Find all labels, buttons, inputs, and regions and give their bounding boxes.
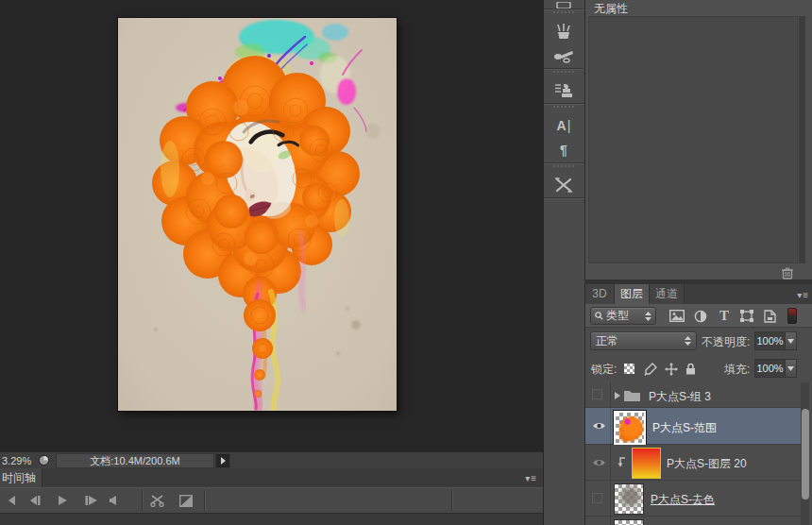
layer-list: P大点S-组 3 P大点S-范围 P大点S-图层 20 (585, 382, 812, 525)
search-icon (595, 312, 603, 320)
layers-scrollbar-thumb[interactable] (802, 409, 809, 500)
brush-panel-icon[interactable] (544, 19, 584, 43)
timeline-panel: 时间轴 ▾≡ (0, 468, 543, 525)
blend-mode-select[interactable]: 正常 (590, 331, 697, 350)
brush-presets-icon[interactable] (544, 43, 584, 68)
dock-drag-handle[interactable] (553, 106, 574, 112)
eye-icon[interactable] (592, 421, 606, 431)
eye-icon[interactable] (592, 458, 606, 467)
split-clip-icon[interactable] (148, 494, 167, 507)
character-glyph: A (557, 118, 567, 133)
opacity-label: 不透明度: (702, 334, 750, 350)
transition-icon[interactable] (178, 494, 195, 507)
folder-icon (624, 389, 640, 401)
layer-row-selected[interactable]: P大点S-范围 (585, 408, 801, 445)
filter-smart-objects-icon[interactable] (761, 308, 778, 324)
tool-presets-icon[interactable] (544, 173, 584, 197)
updown-arrows-icon (645, 312, 651, 321)
artwork-document[interactable] (118, 18, 397, 411)
visibility-well[interactable] (585, 517, 611, 525)
timeline-controls (0, 487, 543, 514)
timeline-divider (142, 490, 143, 511)
layer-thumbnail[interactable] (632, 448, 661, 479)
visibility-well[interactable] (585, 382, 611, 407)
panel-icon-dock: A| ¶ (543, 0, 584, 525)
clipped-panel-icon[interactable] (544, 0, 584, 8)
layer-thumbnail[interactable] (614, 483, 644, 515)
lock-row: 锁定: 填充: 100% (585, 355, 812, 382)
layer-row-group[interactable]: P大点S-组 3 (585, 382, 801, 408)
timeline-track-area (0, 514, 543, 525)
timeline-tab[interactable]: 时间轴 (0, 468, 42, 487)
properties-panel: 无属性 (584, 0, 812, 279)
clipping-mask-icon (617, 457, 626, 467)
audio-mute-icon[interactable] (104, 494, 121, 507)
filter-toggle-switch[interactable] (787, 308, 797, 324)
canvas-area[interactable] (0, 0, 543, 451)
visibility-well[interactable] (585, 481, 611, 516)
dock-drag-handle[interactable] (553, 71, 574, 77)
properties-title: 无属性 (594, 1, 628, 17)
tab-layers[interactable]: 图层 (615, 284, 650, 304)
layer-name[interactable]: P大点S-去色 (651, 492, 715, 508)
dock-drag-handle[interactable] (553, 11, 574, 18)
properties-content (588, 16, 798, 263)
tab-3d[interactable]: 3D (585, 284, 615, 304)
paragraph-glyph: ¶ (560, 143, 567, 158)
timeline-menu-icon[interactable]: ▾≡ (525, 473, 537, 483)
updown-arrows-icon (685, 336, 691, 346)
layers-panel-menu-icon[interactable]: ▾≡ (797, 290, 809, 300)
opacity-value[interactable]: 100% (754, 331, 786, 350)
lock-transparency-icon[interactable] (621, 361, 637, 377)
layer-name[interactable]: P大点S-图层 20 (667, 456, 747, 472)
visibility-off[interactable] (592, 389, 602, 399)
filter-type-layers-icon[interactable]: T (716, 308, 733, 324)
layer-filter-row: 类型 T (585, 304, 812, 328)
filter-kind-select[interactable]: 类型 (590, 307, 656, 325)
lock-position-icon[interactable] (663, 361, 679, 377)
opacity-dropdown-button[interactable] (785, 331, 797, 350)
filter-shape-layers-icon[interactable] (738, 308, 755, 324)
blend-mode-value: 正常 (596, 333, 685, 349)
fill-label: 填充: (724, 362, 750, 378)
blend-mode-row: 正常 不透明度: 100% (585, 328, 812, 355)
filter-adjustment-layers-icon[interactable] (692, 308, 709, 324)
fill-value[interactable]: 100% (754, 359, 786, 378)
play-button[interactable] (54, 494, 71, 507)
fill-dropdown-button[interactable] (785, 359, 797, 378)
timeline-divider (451, 490, 452, 511)
live-preview-icon (38, 454, 50, 466)
layer-name[interactable]: P大点S-组 3 (649, 389, 711, 405)
paragraph-panel-icon[interactable]: ¶ (544, 138, 584, 162)
timeline-divider (204, 490, 205, 511)
layers-panel-tabs: 3D 图层 通道 ▾≡ (585, 284, 812, 304)
properties-scrollbar[interactable] (799, 16, 805, 263)
layer-name[interactable]: P大点S-范围 (652, 420, 717, 436)
lock-paint-icon[interactable] (642, 361, 658, 377)
dock-drag-handle[interactable] (553, 165, 574, 172)
clone-source-icon[interactable] (544, 78, 584, 103)
tab-channels[interactable]: 通道 (650, 284, 685, 304)
photoshop-window: 3.29% 文档:10.4M/200.6M 时间轴 ▾≡ (0, 0, 812, 525)
lock-all-icon[interactable] (683, 361, 699, 377)
status-options-button[interactable] (215, 453, 230, 468)
layer-row-decolor[interactable]: P大点S-去色 (585, 481, 801, 517)
layer-thumbnail[interactable] (614, 519, 644, 525)
layer-row-partial[interactable] (585, 517, 801, 525)
visibility-off[interactable] (592, 493, 602, 503)
filter-kind-label: 类型 (603, 308, 645, 324)
zoom-level[interactable]: 3.29% (0, 455, 38, 466)
document-size-info[interactable]: 文档:10.4M/200.6M (56, 453, 214, 468)
layer-thumbnail[interactable] (614, 411, 646, 445)
character-panel-icon[interactable]: A| (544, 113, 584, 138)
expand-arrow-icon[interactable] (615, 392, 620, 399)
filter-pixel-layers-icon[interactable] (668, 308, 685, 324)
layer-row-clipped[interactable]: P大点S-图层 20 (585, 445, 801, 481)
previous-frame-button[interactable] (25, 494, 42, 507)
visibility-well[interactable] (585, 445, 611, 480)
first-frame-button[interactable] (2, 494, 19, 507)
next-frame-button[interactable] (82, 494, 99, 507)
trash-icon[interactable] (781, 267, 794, 279)
status-bar: 3.29% 文档:10.4M/200.6M (0, 451, 543, 468)
visibility-well[interactable] (585, 408, 611, 444)
